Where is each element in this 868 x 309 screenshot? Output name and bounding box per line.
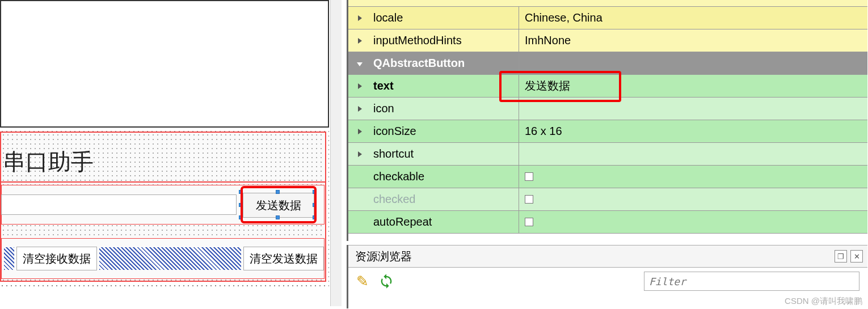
property-row[interactable]: text发送数据 xyxy=(348,75,867,98)
property-value[interactable] xyxy=(519,211,867,233)
property-value[interactable]: ImhNone xyxy=(519,29,867,52)
resize-handle[interactable] xyxy=(313,190,317,194)
resize-handle[interactable] xyxy=(313,215,317,219)
expand-toggle[interactable] xyxy=(348,150,371,159)
edit-icon[interactable]: ✎ xyxy=(354,273,371,290)
send-data-button[interactable]: 发送数据 xyxy=(243,193,314,218)
scrollbar-vertical[interactable] xyxy=(330,0,342,306)
text-edit-widget[interactable] xyxy=(0,0,329,128)
checkbox[interactable] xyxy=(525,218,533,226)
expand-toggle[interactable] xyxy=(348,14,371,23)
property-name: locale xyxy=(371,11,519,24)
expand-toggle[interactable] xyxy=(348,104,371,113)
expand-toggle[interactable] xyxy=(348,127,371,136)
property-name: autoRepeat xyxy=(371,215,519,228)
panel-title: 资源浏览器 xyxy=(355,249,412,264)
expand-toggle[interactable] xyxy=(348,82,371,91)
property-name: icon xyxy=(371,102,519,115)
property-row[interactable]: localeChinese, China xyxy=(348,7,867,29)
checkbox[interactable] xyxy=(525,172,533,181)
spacer-widget[interactable] xyxy=(99,247,241,270)
line-edit-input[interactable] xyxy=(1,194,237,215)
property-name: QAbstractButton xyxy=(371,57,519,70)
property-row[interactable]: checkable xyxy=(348,166,867,188)
property-class-header[interactable]: QAbstractButton xyxy=(348,52,867,75)
reload-icon[interactable] xyxy=(378,273,395,290)
resize-handle[interactable] xyxy=(239,215,243,219)
property-row[interactable]: inputMethodHintsImhNone xyxy=(348,29,867,52)
property-row[interactable]: autoRepeat xyxy=(348,211,867,234)
clear-send-button[interactable]: 清空发送数据 xyxy=(243,247,324,270)
button-label: 清空接收数据 xyxy=(23,251,91,266)
resize-handle[interactable] xyxy=(239,190,243,194)
resize-handle[interactable] xyxy=(276,190,280,194)
property-name: text xyxy=(371,79,519,92)
resize-handle[interactable] xyxy=(239,203,243,207)
spacer-widget[interactable] xyxy=(4,247,14,270)
property-value[interactable]: 发送数据 xyxy=(519,75,867,97)
property-row[interactable] xyxy=(348,0,867,7)
title-label[interactable]: 串口助手 xyxy=(3,146,94,177)
undock-icon[interactable]: ❐ xyxy=(835,250,847,263)
property-value[interactable]: 16 x 16 xyxy=(519,120,867,142)
button-label: 发送数据 xyxy=(256,198,301,213)
property-name: checked xyxy=(371,193,519,206)
property-name: shortcut xyxy=(371,147,519,160)
property-name: inputMethodHints xyxy=(371,34,519,47)
expand-toggle[interactable] xyxy=(348,59,371,68)
property-value xyxy=(519,52,867,74)
property-value[interactable] xyxy=(519,166,867,188)
divider xyxy=(0,181,325,183)
close-icon[interactable]: ✕ xyxy=(850,250,863,263)
button-row-layout[interactable]: 清空接收数据 清空发送数据 xyxy=(1,238,325,279)
property-row[interactable]: icon xyxy=(348,98,867,120)
resize-handle[interactable] xyxy=(276,215,280,219)
expand-toggle[interactable] xyxy=(348,36,371,45)
resize-handle[interactable] xyxy=(313,203,317,207)
property-name: iconSize xyxy=(371,125,519,138)
form-designer-canvas[interactable]: 串口助手 发送数据 清空接收数据 清空发送数据 xyxy=(0,0,343,309)
property-value[interactable] xyxy=(519,98,867,120)
property-row[interactable]: checked xyxy=(348,188,867,211)
property-value[interactable] xyxy=(519,143,867,165)
property-value[interactable] xyxy=(519,188,867,210)
filter-input[interactable] xyxy=(644,272,859,291)
watermark-text: CSDN @请叫我啸鹏 xyxy=(785,296,862,307)
property-row[interactable]: iconSize16 x 16 xyxy=(348,120,867,143)
property-value[interactable]: Chinese, China xyxy=(519,7,867,29)
property-name: checkable xyxy=(371,170,519,183)
property-row[interactable]: shortcut xyxy=(348,143,867,166)
checkbox xyxy=(525,195,533,204)
resource-toolbar: ✎ xyxy=(348,268,867,295)
button-label: 清空发送数据 xyxy=(250,251,318,266)
clear-recv-button[interactable]: 清空接收数据 xyxy=(16,247,97,270)
property-editor-panel: localeChinese, ChinainputMethodHintsImhN… xyxy=(347,0,867,241)
panel-header[interactable]: 资源浏览器 ❐ ✕ xyxy=(348,245,867,268)
